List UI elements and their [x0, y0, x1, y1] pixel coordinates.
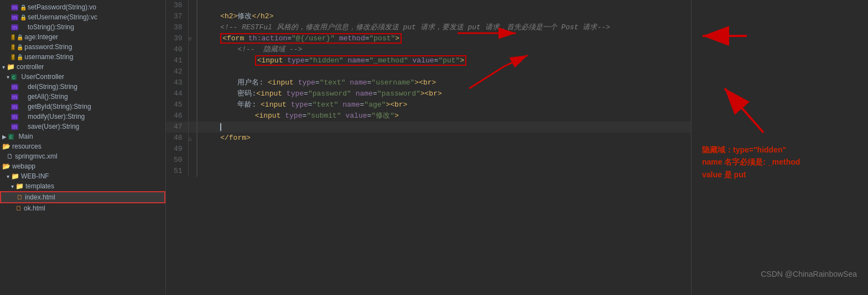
line-content	[197, 144, 691, 155]
line-content: <h2>修改</h2>	[197, 11, 691, 22]
sidebar-item-getAll[interactable]: m getAll():String	[0, 92, 165, 102]
table-row: 42	[166, 66, 691, 77]
val-token: "post"	[370, 34, 396, 43]
attr-token: type	[291, 101, 308, 109]
line-number: 39	[166, 33, 188, 44]
val-token: "age"	[364, 101, 386, 109]
sidebar-item-templates[interactable]: ▾ 📁 templates	[0, 181, 165, 191]
line-number: 37	[166, 11, 188, 22]
sidebar-label: age:Integer	[24, 33, 58, 41]
method-icon: m	[11, 24, 18, 30]
red-box-form: <form th:action="@{/user}" method="post"…	[220, 33, 402, 44]
tag-token: <input	[261, 101, 291, 109]
sidebar-item-UserController[interactable]: ▾ c UserController	[0, 72, 165, 82]
text-token: 年龄:	[237, 101, 261, 109]
field-icon: f	[11, 34, 15, 40]
tag-token: <input	[257, 56, 288, 65]
line-gutter	[188, 77, 197, 88]
sidebar-item-del[interactable]: m del(String):String	[0, 82, 165, 92]
line-gutter	[188, 155, 197, 166]
annotation-text: 隐藏域：type="hidden" name 名字必须是: _method va…	[702, 144, 857, 181]
line-number: 50	[166, 155, 188, 166]
sidebar-item-age[interactable]: f 🔒 age:Integer	[0, 32, 165, 42]
line-number: 40	[166, 44, 188, 55]
html-file-icon: 🗋	[15, 204, 22, 212]
sidebar-label: webapp	[12, 162, 35, 170]
text-token	[408, 56, 413, 65]
text-token	[351, 89, 356, 98]
method-icon: m	[11, 14, 18, 20]
sidebar-item-resources[interactable]: 📂 resources	[0, 141, 165, 151]
table-row: 38 <!-- RESTFul 风格的，修改用户信息，修改必须发送 put 请求…	[166, 22, 691, 33]
sidebar-item-username[interactable]: f 🔒 username:String	[0, 52, 165, 62]
annotation-line1: 隐藏域：type="hidden"	[702, 145, 786, 154]
sidebar-label: index.html	[25, 193, 55, 201]
sidebar-item-controller[interactable]: ▾ 📁 controller	[0, 62, 165, 72]
line-number: 46	[166, 110, 188, 122]
lock-icon: 🔒	[17, 44, 23, 50]
val-token: "put"	[438, 56, 460, 65]
folder-icon: 📂	[2, 143, 11, 150]
class-icon: c	[8, 134, 14, 140]
method-icon: m	[11, 114, 18, 120]
text-token	[344, 56, 348, 65]
line-content	[197, 166, 691, 177]
sidebar-item-webapp[interactable]: 📂 webapp	[0, 161, 165, 171]
line-gutter	[188, 0, 197, 11]
file-tree[interactable]: m 🔒 setPassword(String):vo m 🔒 setUserna…	[0, 0, 166, 295]
sidebar-item-ok-html[interactable]: 🗋 ok.html	[0, 203, 165, 213]
sidebar-item-password[interactable]: f 🔒 password:String	[0, 42, 165, 52]
sidebar-item-toString[interactable]: m toString():String	[0, 22, 165, 32]
code-editor: 36 37 <h2>修改</h2> 38 <!-- RESTFul 风格的，修改…	[166, 0, 691, 295]
sidebar-item-setPassword[interactable]: m 🔒 setPassword(String):vo	[0, 2, 165, 12]
sidebar-label: Main	[19, 133, 33, 140]
sidebar-item-Main[interactable]: ▶ c Main	[0, 131, 165, 141]
folder-icon: 📂	[2, 162, 11, 170]
sidebar-item-getById[interactable]: m getById(String):String	[0, 102, 165, 112]
comment-token: <!-- RESTFul 风格的，修改用户信息，修改必须发送 put 请求，要发…	[203, 23, 610, 31]
text-token: =	[287, 34, 292, 43]
line-gutter	[188, 11, 197, 22]
line-content	[197, 0, 691, 11]
sidebar-label: ok.html	[24, 204, 45, 212]
text-token: 密码:	[237, 89, 256, 98]
table-row: 48 △ </form>	[166, 133, 691, 144]
sidebar-item-save[interactable]: m save(User):String	[0, 122, 165, 131]
line-number: 51	[166, 166, 188, 177]
tag-token: <br>	[425, 89, 442, 98]
sidebar-label: WEB-INF	[21, 172, 49, 180]
table-row: 51	[166, 166, 691, 177]
table-row: 36	[166, 0, 691, 11]
sidebar-item-modify[interactable]: m modify(User):String	[0, 112, 165, 122]
sidebar-label: save(User):String	[28, 123, 79, 130]
folder-icon: 📁	[7, 63, 15, 71]
sidebar-label: modify(User):String	[28, 113, 85, 120]
attr-token: name	[348, 56, 365, 65]
code-lines: 36 37 <h2>修改</h2> 38 <!-- RESTFul 风格的，修改…	[166, 0, 691, 177]
line-number: 38	[166, 22, 188, 33]
tag-token: >	[395, 34, 399, 43]
line-gutter	[188, 44, 197, 55]
text-token	[341, 112, 346, 120]
annotation-panel: 隐藏域：type="hidden" name 名字必须是: _method va…	[691, 0, 868, 295]
tag-token: <input	[268, 78, 298, 87]
sidebar-item-setUsername[interactable]: m 🔒 setUsername(String):vc	[0, 12, 165, 22]
class-icon: c	[11, 74, 17, 80]
file-icon: 🗋	[7, 152, 13, 160]
line-content	[197, 122, 691, 133]
cursor	[220, 123, 221, 131]
line-gutter	[188, 66, 197, 77]
line-number: 41	[166, 55, 188, 66]
sidebar-item-webinf[interactable]: ▾ 📁 WEB-INF	[0, 171, 165, 181]
expand-icon: ▾	[7, 173, 9, 180]
watermark-text: CSDN @ChinaRainbowSea	[761, 270, 857, 278]
sidebar-label: username:String	[24, 53, 73, 61]
text-token: =	[365, 34, 370, 43]
field-icon: f	[11, 44, 15, 50]
table-row: 39 ▽ <form th:action="@{/user}" method="…	[166, 33, 691, 44]
sidebar-item-springmvc[interactable]: 🗋 springmvc.xml	[0, 151, 165, 161]
folder-icon: 📁	[11, 172, 19, 180]
sidebar-label: resources	[12, 143, 41, 150]
sidebar-item-index-html[interactable]: 🗋 index.html	[0, 191, 165, 203]
tag-token: <form	[222, 34, 248, 43]
